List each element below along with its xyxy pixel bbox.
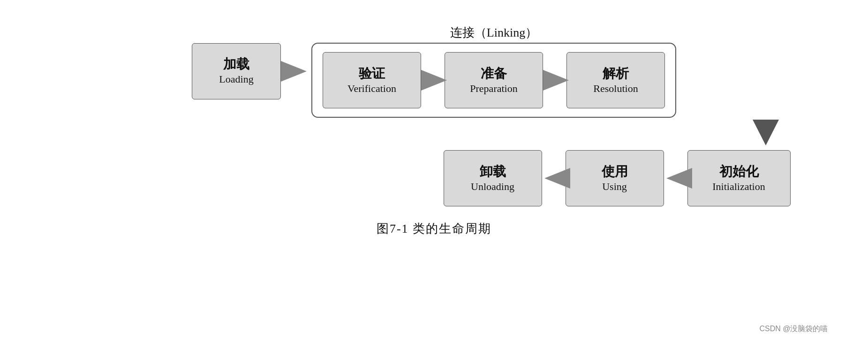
caption: 图7-1 类的生命周期 [377, 220, 491, 237]
resolution-zh: 解析 [603, 65, 629, 82]
linking-group: 连接（Linking） 验证 Verification 准备 Preparati… [311, 24, 676, 118]
initialization-zh: 初始化 [719, 163, 759, 180]
loading-zh: 加载 [223, 56, 249, 73]
stage-verification: 验证 Verification [323, 52, 421, 108]
using-zh: 使用 [602, 163, 628, 180]
linking-label: 连接（Linking） [311, 24, 676, 41]
using-en: Using [602, 180, 627, 194]
stage-initialization: 初始化 Initialization [687, 150, 791, 206]
resolution-en: Resolution [593, 82, 638, 96]
preparation-zh: 准备 [481, 65, 507, 82]
loading-en: Loading [219, 73, 253, 86]
unloading-zh: 卸载 [480, 163, 506, 180]
arrow-loading-to-linking [281, 62, 307, 81]
down-arrow-row [36, 120, 833, 145]
top-section: 加载 Loading 连接（Linking） 验证 Verification 准 [36, 24, 833, 118]
arrow-prep-to-res [543, 71, 566, 90]
verification-zh: 验证 [359, 65, 385, 82]
arrow-down-icon [754, 120, 777, 145]
arrow-using-to-unloading [542, 169, 566, 188]
stage-unloading: 卸载 Unloading [444, 150, 542, 206]
arrow-init-to-using [664, 169, 687, 188]
arrow-verif-to-prep [421, 71, 445, 90]
stage-resolution: 解析 Resolution [566, 52, 665, 108]
diagram-container: 加载 Loading 连接（Linking） 验证 Verification 准 [36, 10, 833, 339]
bottom-section: 卸载 Unloading 使用 Using 初始化 Initialization [36, 150, 833, 206]
linking-border: 验证 Verification 准备 Preparation 解析 [311, 43, 676, 118]
stage-using: 使用 Using [566, 150, 664, 206]
verification-en: Verification [347, 82, 396, 96]
initialization-en: Initialization [712, 180, 765, 194]
stage-preparation: 准备 Preparation [445, 52, 543, 108]
unloading-en: Unloading [471, 180, 514, 194]
preparation-en: Preparation [470, 82, 517, 96]
stage-loading: 加载 Loading [192, 43, 281, 99]
watermark: CSDN @没脑袋的喵 [759, 324, 828, 334]
